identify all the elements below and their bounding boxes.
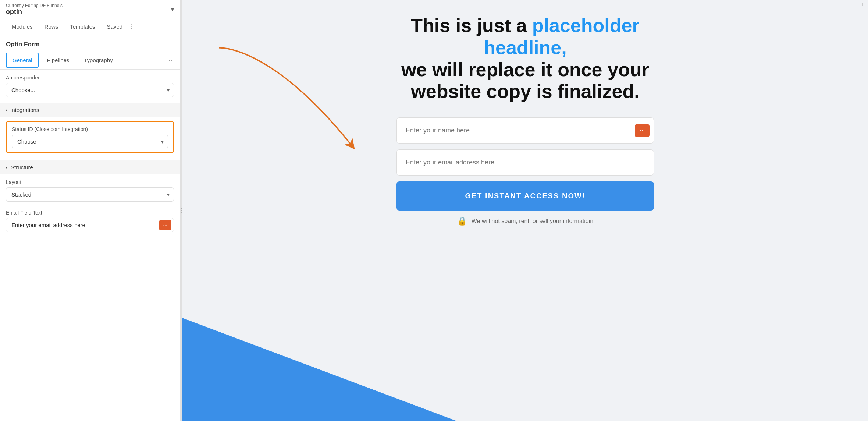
name-form-input[interactable]	[396, 117, 654, 144]
panel-title: Optin Form	[0, 35, 180, 51]
name-field-row: ···	[396, 117, 654, 144]
privacy-text: We will not spam, rent, or sell your inf…	[472, 218, 593, 224]
cta-button[interactable]: GET INSTANT ACCESS NOW!	[396, 181, 654, 210]
headline-text: This is just a placeholder headline, we …	[374, 15, 676, 103]
email-field-edit-button[interactable]: ···	[159, 220, 171, 230]
lock-icon: 🔒	[457, 216, 467, 226]
canvas: This is just a placeholder headline, we …	[182, 0, 868, 421]
layout-select[interactable]: Stacked Inline Two Column	[6, 187, 174, 202]
page-name-label: optin	[6, 8, 63, 16]
tab-saved[interactable]: Saved	[101, 19, 129, 35]
integrations-section[interactable]: ‹ Integrations	[0, 103, 180, 117]
sub-tab-pipelines[interactable]: Pipelines	[40, 53, 76, 68]
privacy-row: 🔒 We will not spam, rent, or sell your i…	[396, 216, 654, 226]
background-shape	[182, 318, 457, 421]
left-panel: Currently Editing DF Funnels optin ▾ Mod…	[0, 0, 180, 421]
tab-templates[interactable]: Templates	[64, 19, 101, 35]
main-tabs: Modules Rows Templates Saved	[0, 19, 180, 35]
headline-part2: we will replace it once your website cop…	[401, 59, 649, 102]
top-right-edge-label: E	[859, 0, 868, 8]
drag-handle[interactable]	[128, 19, 135, 35]
email-field-input[interactable]	[6, 218, 174, 232]
status-id-label: Status ID (Close.com Integration)	[12, 126, 168, 132]
form-card: ··· GET INSTANT ACCESS NOW! 🔒 We will no…	[396, 117, 654, 226]
sub-tab-typography[interactable]: Typography	[77, 53, 119, 68]
email-field-text-label: Email Field Text	[0, 205, 180, 218]
headline-part1: This is just a	[411, 15, 532, 36]
name-field-edit-button[interactable]: ···	[635, 124, 650, 137]
right-panel: This is just a placeholder headline, we …	[182, 0, 868, 421]
status-id-select-wrapper: Choose Active Inactive Pending ▾	[12, 135, 168, 148]
structure-section[interactable]: ‹ Structure	[0, 160, 180, 174]
email-field-wrapper: ···	[6, 218, 174, 232]
structure-chevron-icon: ‹	[6, 164, 8, 170]
email-field-row	[396, 149, 654, 176]
integrations-label: Integrations	[10, 107, 39, 113]
autoresponder-label: Autoresponder	[0, 70, 180, 83]
sub-tabs: General Pipelines Typography ··	[0, 51, 180, 70]
structure-label: Structure	[11, 164, 33, 170]
autoresponder-select[interactable]: Choose... Mailchimp ActiveCampaign Conve…	[6, 83, 174, 97]
top-bar: Currently Editing DF Funnels optin ▾	[0, 0, 180, 19]
status-id-box: Status ID (Close.com Integration) Choose…	[6, 121, 174, 153]
currently-editing-label: Currently Editing DF Funnels	[6, 3, 63, 8]
sub-tab-general[interactable]: General	[6, 53, 39, 68]
chevron-down-icon[interactable]: ▾	[171, 6, 174, 13]
form-section: ··· GET INSTANT ACCESS NOW! 🔒 We will no…	[182, 114, 868, 241]
more-tabs-icon[interactable]: ··	[167, 56, 174, 64]
tab-rows[interactable]: Rows	[39, 19, 64, 35]
autoresponder-select-wrapper: Choose... Mailchimp ActiveCampaign Conve…	[6, 83, 174, 97]
headline-section: This is just a placeholder headline, we …	[182, 0, 868, 114]
top-bar-info: Currently Editing DF Funnels optin	[6, 3, 63, 16]
status-id-select[interactable]: Choose Active Inactive Pending	[12, 135, 168, 148]
integrations-chevron-icon: ‹	[6, 107, 7, 113]
email-form-input[interactable]	[396, 149, 654, 176]
layout-label: Layout	[0, 174, 180, 187]
tab-modules[interactable]: Modules	[6, 19, 39, 35]
layout-select-wrapper: Stacked Inline Two Column ▾	[6, 187, 174, 202]
